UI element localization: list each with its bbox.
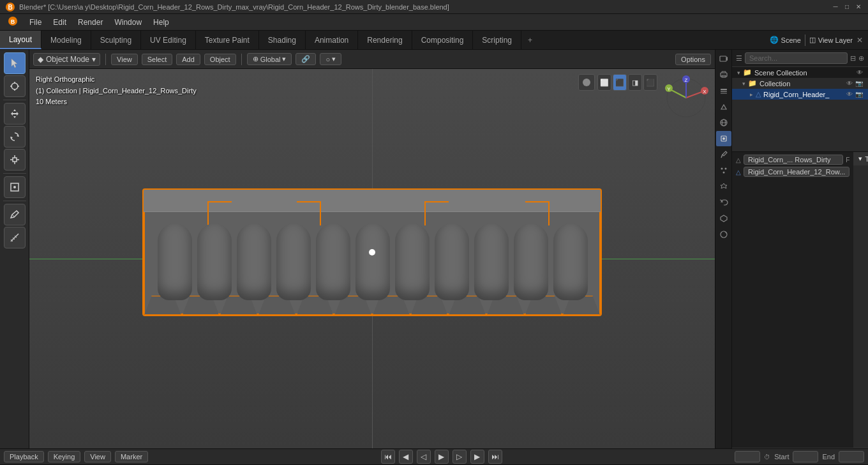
tab-sculpting[interactable]: Sculpting — [91, 31, 141, 49]
world-props-icon[interactable] — [716, 115, 731, 130]
tab-compositing[interactable]: Compositing — [412, 31, 474, 49]
nav-gizmo-svg[interactable]: X Y Z — [664, 75, 708, 120]
expand-scene-collection[interactable]: ▾ — [737, 70, 740, 76]
tab-modeling[interactable]: Modeling — [41, 31, 91, 49]
svg-point-33 — [722, 137, 725, 140]
constraints-props-icon[interactable] — [716, 195, 731, 210]
wireframe-btn[interactable]: ⬜ — [597, 74, 611, 91]
scale-tool-button[interactable] — [4, 149, 26, 171]
mesh-icon: △ — [756, 90, 761, 98]
transform-dropdown[interactable]: ⊕ Global ▾ — [247, 53, 292, 65]
object-props-icon[interactable] — [716, 131, 731, 146]
scene-collection-row[interactable]: ▾ 📁 Scene Collection 👁 — [732, 67, 868, 78]
object-row[interactable]: ▸ △ Rigid_Corn_Header_ 👁 📷 — [732, 89, 868, 100]
mesh-object[interactable] — [142, 188, 602, 316]
main-area: ◆ Object Mode ▾ View Select Add Object ⊕… — [0, 50, 868, 448]
tab-scripting[interactable]: Scripting — [473, 31, 521, 49]
window-menu[interactable]: Window — [109, 17, 147, 28]
play-btn[interactable]: ▶ — [435, 450, 449, 464]
output-props-icon[interactable] — [716, 67, 731, 82]
object-menu-btn[interactable]: Object — [204, 54, 236, 65]
end-frame-input[interactable]: 250 — [839, 451, 864, 462]
view-menu-tl[interactable]: View — [84, 451, 111, 462]
data-props-icon[interactable] — [716, 211, 731, 226]
material-btn[interactable]: ◨ — [628, 74, 642, 91]
rotate-tool-button[interactable] — [4, 126, 26, 148]
prev-frame-btn[interactable]: ◀ — [399, 450, 413, 464]
prev-keyframe-btn[interactable]: ◁ — [417, 450, 431, 464]
playback-menu[interactable]: Playback — [4, 451, 44, 462]
sync-icon[interactable]: ⊕ — [858, 54, 864, 63]
tab-layout[interactable]: Layout — [0, 31, 41, 49]
start-frame-input[interactable]: 1 — [793, 451, 818, 462]
select-menu-btn[interactable]: Select — [142, 54, 173, 65]
modifier-props-icon[interactable] — [716, 147, 731, 162]
scale-x-label: Scale X — [858, 249, 868, 257]
filter-icon[interactable]: ⊟ — [850, 54, 856, 63]
scene-props-icon[interactable] — [716, 99, 731, 114]
proportional-edit-btn[interactable]: ○ ▾ — [320, 53, 341, 65]
view-layer-props-icon[interactable] — [716, 83, 731, 98]
tab-texture-paint[interactable]: Texture Paint — [196, 31, 259, 49]
keying-menu[interactable]: Keying — [48, 451, 81, 462]
close-button[interactable]: ✕ — [854, 3, 863, 11]
scene-visibility-icon[interactable]: 👁 — [857, 69, 863, 76]
add-menu-btn[interactable]: Add — [176, 54, 200, 65]
physics-props-icon[interactable] — [716, 179, 731, 194]
object-mode-dropdown[interactable]: ◆ Object Mode ▾ — [33, 53, 100, 66]
object-visibility-icon[interactable]: 👁 — [846, 91, 853, 98]
snap-btn[interactable]: 🔗 — [296, 53, 316, 65]
maximize-button[interactable]: □ — [842, 3, 851, 11]
data-name-field[interactable]: Rigid_Corn_Header_12_Row... — [744, 167, 849, 177]
scene-selector[interactable]: 🌐 Scene — [770, 36, 801, 44]
marker-menu[interactable]: Marker — [115, 451, 148, 462]
jump-start-btn[interactable]: ⏮ — [381, 450, 395, 464]
viewport-shading-btn[interactable] — [578, 74, 595, 91]
navigation-gizmo[interactable]: X Y Z — [664, 75, 708, 120]
file-menu[interactable]: File — [24, 17, 47, 28]
object-name-field[interactable]: Rigid_Corn_... Rows_Dirty — [744, 155, 843, 165]
current-frame-input[interactable]: 1 — [735, 451, 760, 462]
select-tool-button[interactable] — [4, 52, 26, 74]
collection-row[interactable]: ▾ 📁 Collection 👁 📷 — [732, 78, 868, 89]
add-workspace-button[interactable]: + — [521, 31, 539, 49]
tab-rendering[interactable]: Rendering — [358, 31, 412, 49]
collection-visibility-icon[interactable]: 👁 — [846, 80, 853, 87]
material-props-icon[interactable] — [716, 227, 731, 242]
move-tool-button[interactable] — [4, 103, 26, 125]
collection-label: Collection — [760, 80, 790, 88]
titlebar-controls[interactable]: ─ □ ✕ — [831, 3, 863, 11]
options-btn[interactable]: Options — [675, 54, 711, 65]
rendered-btn[interactable]: ⬛ — [643, 74, 657, 91]
tab-animation[interactable]: Animation — [306, 31, 358, 49]
help-menu[interactable]: Help — [148, 17, 174, 28]
tab-uv-editing[interactable]: UV Editing — [141, 31, 196, 49]
collection-render-icon[interactable]: 📷 — [855, 80, 863, 87]
annotate-tool-button[interactable] — [4, 204, 26, 225]
transform-header[interactable]: ▾ Transform — [853, 152, 868, 165]
viewport-canvas[interactable]: Right Orthographic (1) Collection | Rigi… — [29, 69, 715, 448]
transform-tool-button[interactable] — [4, 176, 26, 198]
tab-shading[interactable]: Shading — [259, 31, 306, 49]
solid-btn[interactable]: ⬛ — [613, 74, 627, 91]
cursor-tool-button[interactable] — [4, 75, 26, 97]
view-menu-btn[interactable]: View — [111, 54, 138, 65]
next-keyframe-btn[interactable]: ▷ — [453, 450, 467, 464]
object-render-icon[interactable]: 📷 — [855, 91, 863, 98]
viewport-3d: ◆ Object Mode ▾ View Select Add Object ⊕… — [29, 50, 715, 448]
edit-menu[interactable]: Edit — [48, 17, 71, 28]
measure-tool-button[interactable] — [4, 227, 26, 248]
particles-props-icon[interactable] — [716, 163, 731, 178]
expand-object[interactable]: ▸ — [750, 91, 753, 98]
minimize-button[interactable]: ─ — [831, 3, 840, 11]
proportional-icon: ○ — [326, 56, 330, 63]
jump-end-btn[interactable]: ⏭ — [488, 450, 502, 464]
view-layer-selector[interactable]: ◫ View Layer — [809, 36, 853, 44]
render-menu[interactable]: Render — [73, 17, 108, 28]
blender-menu[interactable]: B — [3, 15, 23, 29]
outliner-search[interactable] — [745, 52, 848, 64]
expand-collection[interactable]: ▾ — [742, 80, 745, 87]
next-frame-btn[interactable]: ▶ — [470, 450, 484, 464]
render-props-icon[interactable] — [716, 51, 731, 66]
transform-expand-icon: ▾ — [858, 155, 862, 163]
